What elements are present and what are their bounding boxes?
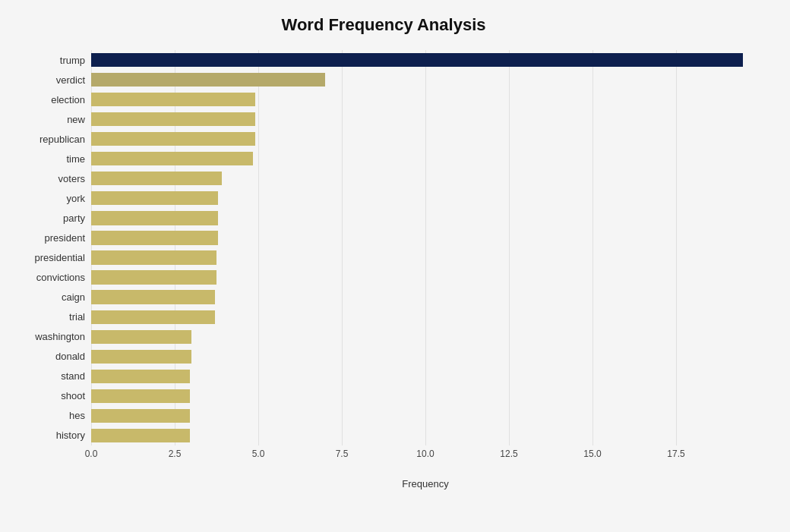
y-label: trial xyxy=(69,312,85,322)
bar xyxy=(91,429,190,442)
bar-row xyxy=(91,109,760,129)
bar xyxy=(91,211,218,225)
bar-row xyxy=(91,247,760,267)
y-label: election xyxy=(51,95,85,105)
bar xyxy=(91,310,215,324)
bar-row xyxy=(91,307,760,327)
bar-row xyxy=(91,228,760,247)
bars-container xyxy=(91,50,760,445)
bar xyxy=(91,231,218,244)
bar-row xyxy=(91,406,760,426)
bar-row xyxy=(91,327,760,347)
y-label: republican xyxy=(40,134,85,144)
bar xyxy=(91,370,190,383)
bar-row xyxy=(91,268,760,288)
plot-area: 0.02.55.07.510.012.515.017.5Frequency xyxy=(91,50,760,468)
y-label: president xyxy=(45,233,85,243)
x-tick: 2.5 xyxy=(169,449,182,459)
bar-row xyxy=(91,347,760,367)
x-tick: 10.0 xyxy=(416,449,434,459)
bar-row xyxy=(91,90,760,109)
y-label: party xyxy=(63,213,85,223)
bar xyxy=(91,389,190,403)
bar xyxy=(91,73,325,87)
chart-area: trumpverdictelectionnewrepublicantimevot… xyxy=(8,50,760,468)
bar-row xyxy=(91,208,760,228)
y-label: donald xyxy=(55,351,85,361)
chart-container: Word Frequency Analysis trumpverdictelec… xyxy=(0,0,790,532)
bar xyxy=(91,93,255,106)
y-label: history xyxy=(56,430,85,440)
bar xyxy=(91,53,743,67)
y-label: caign xyxy=(62,292,85,302)
y-label: shoot xyxy=(61,391,85,401)
x-tick: 7.5 xyxy=(336,449,349,459)
bar-row xyxy=(91,149,760,168)
bar xyxy=(91,270,216,284)
x-tick: 17.5 xyxy=(667,449,684,459)
x-axis: 0.02.55.07.510.012.515.017.5Frequency xyxy=(91,445,760,468)
bar xyxy=(91,350,191,364)
bar xyxy=(91,330,191,344)
bar xyxy=(91,409,190,423)
y-label: new xyxy=(67,115,85,124)
x-tick: 0.0 xyxy=(85,449,98,459)
y-label: verdict xyxy=(56,75,85,85)
bar xyxy=(91,172,222,185)
chart-title: Word Frequency Analysis xyxy=(8,15,760,35)
x-tick: 12.5 xyxy=(500,449,517,459)
bar xyxy=(91,191,218,205)
y-axis: trumpverdictelectionnewrepublicantimevot… xyxy=(8,50,91,468)
bar-row xyxy=(91,367,760,386)
bar-row xyxy=(91,50,760,70)
y-label: time xyxy=(66,154,85,164)
y-label: voters xyxy=(58,174,85,184)
y-label: trump xyxy=(60,55,85,65)
x-tick: 5.0 xyxy=(252,449,265,459)
y-label: hes xyxy=(69,411,85,420)
bar xyxy=(91,290,215,304)
y-label: washington xyxy=(35,332,85,342)
y-label: stand xyxy=(61,371,85,381)
bars-wrapper: 0.02.55.07.510.012.515.017.5Frequency xyxy=(91,50,760,468)
bar xyxy=(91,152,253,165)
bar-row xyxy=(91,70,760,90)
y-label: york xyxy=(66,194,85,203)
x-axis-label: Frequency xyxy=(402,478,448,490)
x-tick: 15.0 xyxy=(583,449,601,459)
bar xyxy=(91,112,255,126)
bar-row xyxy=(91,168,760,188)
bar xyxy=(91,250,216,264)
bar xyxy=(91,132,255,146)
bar-row xyxy=(91,386,760,406)
bar-row xyxy=(91,188,760,208)
bar-row xyxy=(91,426,760,445)
y-label: presidential xyxy=(35,253,86,263)
bar-row xyxy=(91,129,760,149)
y-label: convictions xyxy=(36,272,85,282)
bar-row xyxy=(91,288,760,307)
